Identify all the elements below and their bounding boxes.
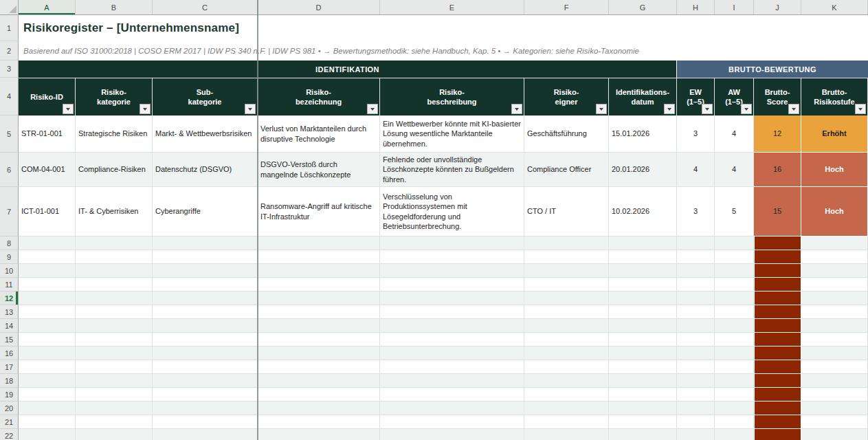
filter-button[interactable] <box>855 104 866 114</box>
cell-risikobezeichnung[interactable]: DSGVO-Verstoß durch mangelnde Löschkonze… <box>258 153 380 187</box>
cell-empty[interactable] <box>19 388 76 402</box>
row-header-14[interactable]: 14 <box>0 319 19 333</box>
cell-empty[interactable] <box>524 278 609 292</box>
cell-empty[interactable] <box>380 333 524 346</box>
row-header-4[interactable]: 4 <box>0 78 19 116</box>
cell-empty[interactable] <box>258 333 380 346</box>
cell-empty[interactable] <box>754 333 801 346</box>
cell-empty[interactable] <box>715 236 754 250</box>
cell-empty[interactable] <box>380 305 524 319</box>
cell-empty[interactable] <box>153 415 258 429</box>
column-header-risikobezeichnung[interactable]: Risiko- bezeichnung <box>258 78 380 116</box>
cell-ew[interactable]: 3 <box>677 116 715 153</box>
cell-empty[interactable] <box>754 360 801 374</box>
cell-empty[interactable] <box>609 236 677 250</box>
column-header-ew[interactable]: EW (1–5) <box>677 78 715 116</box>
cell-empty[interactable] <box>380 388 524 402</box>
cell-risikokategorie[interactable]: Compliance-Risiken <box>76 153 153 187</box>
cell-empty[interactable] <box>258 429 380 440</box>
cell-risikoeigner[interactable]: Compliance Officer <box>524 153 609 187</box>
cell-empty[interactable] <box>153 278 258 292</box>
cell-empty[interactable] <box>677 333 715 346</box>
cell-empty[interactable] <box>380 415 524 429</box>
cell-brutto-score[interactable]: 12 <box>754 116 801 153</box>
cell-empty[interactable] <box>524 292 609 305</box>
cell-ew[interactable]: 4 <box>677 153 715 187</box>
row-header-22[interactable]: 22 <box>0 429 19 440</box>
cell-empty[interactable] <box>801 333 868 346</box>
filter-button[interactable] <box>140 104 151 114</box>
column-header-brutto-score[interactable]: Brutto- Score <box>754 78 801 116</box>
cell-empty[interactable] <box>801 305 868 319</box>
cell-empty[interactable] <box>380 402 524 415</box>
cell-risikobeschreibung[interactable]: Verschlüsselung von Produktionssystemen … <box>380 187 524 236</box>
cell-empty[interactable] <box>609 415 677 429</box>
cell-empty[interactable] <box>258 292 380 305</box>
cell-empty[interactable] <box>609 402 677 415</box>
cell-empty[interactable] <box>153 429 258 440</box>
cell-empty[interactable] <box>609 305 677 319</box>
cell-empty[interactable] <box>609 292 677 305</box>
cell-empty[interactable] <box>801 429 868 440</box>
section-identification[interactable]: IDENTIFIKATION <box>19 60 677 78</box>
cell-empty[interactable] <box>715 250 754 264</box>
row-header-12[interactable]: 12 <box>0 292 19 305</box>
cell-empty[interactable] <box>801 402 868 415</box>
cell-empty[interactable] <box>19 305 76 319</box>
cell-empty[interactable] <box>754 346 801 360</box>
cell-empty[interactable] <box>380 374 524 388</box>
cell-empty[interactable] <box>801 415 868 429</box>
column-header-J[interactable]: J <box>754 0 801 14</box>
cell-risikobeschreibung[interactable]: Ein Wettbewerber könnte mit KI-basierter… <box>380 116 524 153</box>
cell-empty[interactable] <box>76 333 153 346</box>
filter-button[interactable] <box>367 104 378 114</box>
cell-empty[interactable] <box>801 264 868 278</box>
cell-aw[interactable]: 4 <box>715 116 754 153</box>
cell-empty[interactable] <box>153 388 258 402</box>
cell-empty[interactable] <box>715 402 754 415</box>
cell-empty[interactable] <box>524 402 609 415</box>
cell-subkategorie[interactable]: Markt- & Wettbewerbsrisiken <box>153 116 258 153</box>
cell-subkategorie[interactable]: Datenschutz (DSGVO) <box>153 153 258 187</box>
cell-empty[interactable] <box>754 278 801 292</box>
cell-empty[interactable] <box>153 360 258 374</box>
cell-empty[interactable] <box>609 333 677 346</box>
cell-empty[interactable] <box>153 236 258 250</box>
cell-empty[interactable] <box>258 278 380 292</box>
frozen-pane-divider[interactable] <box>257 0 258 440</box>
cell-empty[interactable] <box>524 305 609 319</box>
cell-empty[interactable] <box>715 292 754 305</box>
cell-empty[interactable] <box>524 429 609 440</box>
cell-empty[interactable] <box>524 415 609 429</box>
cell-empty[interactable] <box>715 429 754 440</box>
cell-empty[interactable] <box>609 250 677 264</box>
cell-risiko-id[interactable]: ICT-01-001 <box>19 187 76 236</box>
cell-empty[interactable] <box>19 250 76 264</box>
filter-button[interactable] <box>741 104 752 114</box>
cell-empty[interactable] <box>76 429 153 440</box>
cell-empty[interactable] <box>76 388 153 402</box>
cell-empty[interactable] <box>754 305 801 319</box>
cell-empty[interactable] <box>754 388 801 402</box>
cell-empty[interactable] <box>76 402 153 415</box>
cell-empty[interactable] <box>715 278 754 292</box>
cell-empty[interactable] <box>801 319 868 333</box>
row-header-2[interactable]: 2 <box>0 41 19 60</box>
cell-empty[interactable] <box>801 292 868 305</box>
cell-empty[interactable] <box>380 429 524 440</box>
cell-empty[interactable] <box>524 236 609 250</box>
cell-empty[interactable] <box>609 264 677 278</box>
subtitle-cell[interactable]: Basierend auf ISO 31000:2018 | COSO ERM … <box>19 41 868 60</box>
cell-empty[interactable] <box>19 402 76 415</box>
cell-empty[interactable] <box>19 333 76 346</box>
column-header-H[interactable]: H <box>677 0 715 14</box>
filter-button[interactable] <box>245 104 256 114</box>
cell-empty[interactable] <box>19 346 76 360</box>
cell-empty[interactable] <box>19 264 76 278</box>
cell-empty[interactable] <box>524 346 609 360</box>
select-all-corner[interactable] <box>0 0 19 14</box>
title-cell[interactable]: Risikoregister – [Unternehmensname] <box>19 15 868 41</box>
cell-empty[interactable] <box>76 236 153 250</box>
column-header-risikobeschreibung[interactable]: Risiko- beschreibung <box>380 78 524 116</box>
cell-empty[interactable] <box>153 264 258 278</box>
